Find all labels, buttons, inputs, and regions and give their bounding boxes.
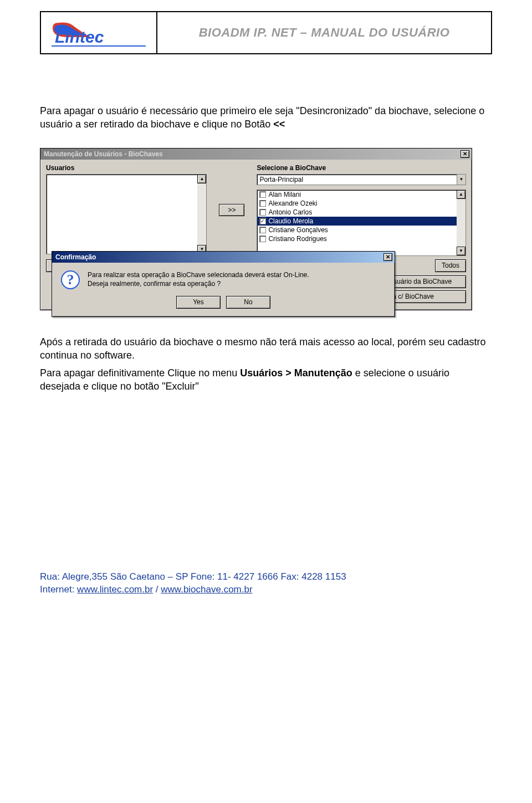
col-biochave: Selecione a BioChave Porta-Principal ▼ A…	[257, 164, 466, 256]
close-icon[interactable]: ✕	[383, 253, 392, 261]
user-row[interactable]: ✓Claudio Merola	[257, 217, 457, 226]
doc-footer: Rua: Alegre,355 São Caetano – SP Fone: 1…	[40, 571, 492, 596]
confirm-line1: Para realizar esta operação a BioChave s…	[88, 270, 309, 279]
col-usuarios: Usuarios ▲ ▼	[46, 164, 207, 256]
main-titlebar: Manutenção de Usuários - BioChaves ✕	[40, 149, 472, 160]
usuarios-listbox[interactable]: ▲ ▼	[46, 174, 207, 254]
label-selecione: Selecione a BioChave	[257, 164, 466, 172]
close-icon[interactable]: ✕	[461, 150, 469, 158]
checkbox-icon[interactable]	[259, 200, 266, 207]
screenshot-wrapper: Manutenção de Usuários - BioChaves ✕ Usu…	[40, 148, 472, 310]
chevron-down-icon[interactable]: ▼	[457, 175, 466, 185]
question-icon: ?	[61, 270, 80, 289]
paragraph-1: Para apagar o usuário é necessário que p…	[40, 104, 492, 131]
main-window-title: Manutenção de Usuários - BioChaves	[44, 150, 163, 158]
svg-text:Lintec: Lintec	[55, 28, 104, 46]
user-row[interactable]: Cristiano Rodrigues	[257, 234, 457, 243]
p2c: Usuários > Manutenção	[240, 367, 352, 379]
user-row[interactable]: Cristiane Gonçalves	[257, 226, 457, 234]
user-row[interactable]: Alan Milani	[257, 190, 457, 199]
logo-cell: Lintec	[41, 12, 157, 53]
biochave-users-listbox[interactable]: Alan MilaniAlexandre OzekiAntonio Carlos…	[257, 190, 466, 256]
move-right-button[interactable]: >>	[219, 204, 244, 216]
doc-header: Lintec BIOADM IP. NET – MANUAL DO USUÁRI…	[40, 11, 492, 54]
footer-prefix: Internet:	[40, 584, 77, 595]
p2b: Para apagar definitivamente Clique no me…	[40, 367, 240, 379]
footer-link2[interactable]: www.biochave.com.br	[161, 584, 252, 595]
scrollbar-left[interactable]: ▲ ▼	[197, 175, 206, 254]
confirmation-dialog: Confirmação ✕ ? Para realizar esta opera…	[52, 251, 395, 317]
main-window: Manutenção de Usuários - BioChaves ✕ Usu…	[40, 148, 472, 310]
user-name: Cristiano Rodrigues	[268, 235, 326, 243]
biochave-combo[interactable]: Porta-Principal ▼	[257, 174, 466, 185]
todos-button[interactable]: Todos	[435, 259, 466, 272]
confirm-line2: Deseja realmente, confirmar esta operaçã…	[88, 279, 309, 288]
user-name: Alexandre Ozeki	[268, 200, 317, 207]
user-name: Claudio Merola	[268, 217, 313, 225]
checkbox-icon[interactable]	[259, 191, 266, 198]
checkbox-icon[interactable]	[259, 236, 266, 242]
scrollbar-right[interactable]: ▲ ▼	[457, 190, 466, 255]
confirmation-dialog-wrap: Confirmação ✕ ? Para realizar esta opera…	[52, 251, 395, 317]
doc-title: BIOADM IP. NET – MANUAL DO USUÁRIO	[157, 12, 491, 53]
scroll-up-icon[interactable]: ▲	[457, 190, 466, 199]
scroll-up-icon[interactable]: ▲	[197, 175, 206, 183]
user-name: Alan Milani	[268, 191, 301, 198]
p2a: Após a retirada do usuário da biochave o…	[40, 336, 485, 361]
paragraph-3: Para apagar definitivamente Clique no me…	[40, 366, 492, 393]
yes-button[interactable]: Yes	[176, 296, 221, 309]
user-row[interactable]: Antonio Carlos	[257, 208, 457, 217]
confirm-titlebar: Confirmação ✕	[52, 252, 395, 263]
user-name: Cristiane Gonçalves	[268, 226, 328, 234]
checkbox-icon[interactable]	[259, 227, 266, 233]
combo-value: Porta-Principal	[257, 175, 457, 185]
lintec-logo: Lintec	[52, 18, 146, 47]
p1-bold: <<	[273, 119, 285, 130]
label-usuarios: Usuarios	[46, 164, 207, 172]
checkbox-icon[interactable]: ✓	[259, 218, 266, 224]
scroll-down-icon[interactable]: ▼	[457, 247, 466, 255]
checkbox-icon[interactable]	[259, 209, 266, 216]
footer-link1[interactable]: www.lintec.com.br	[77, 584, 153, 595]
paragraph-2: Após a retirada do usuário da biochave o…	[40, 335, 492, 362]
footer-line1: Rua: Alegre,355 São Caetano – SP Fone: 1…	[40, 571, 492, 584]
p1-text: Para apagar o usuário é necessário que p…	[40, 105, 484, 130]
user-name: Antonio Carlos	[268, 208, 312, 216]
no-button[interactable]: No	[226, 296, 270, 309]
confirm-title: Confirmação	[55, 253, 96, 261]
user-row[interactable]: Alexandre Ozeki	[257, 199, 457, 208]
footer-line2: Internet: www.lintec.com.br / www.biocha…	[40, 584, 492, 596]
confirm-message: Para realizar esta operação a BioChave s…	[88, 270, 309, 288]
footer-sep: /	[153, 584, 161, 595]
col-middle: >>	[212, 164, 251, 256]
